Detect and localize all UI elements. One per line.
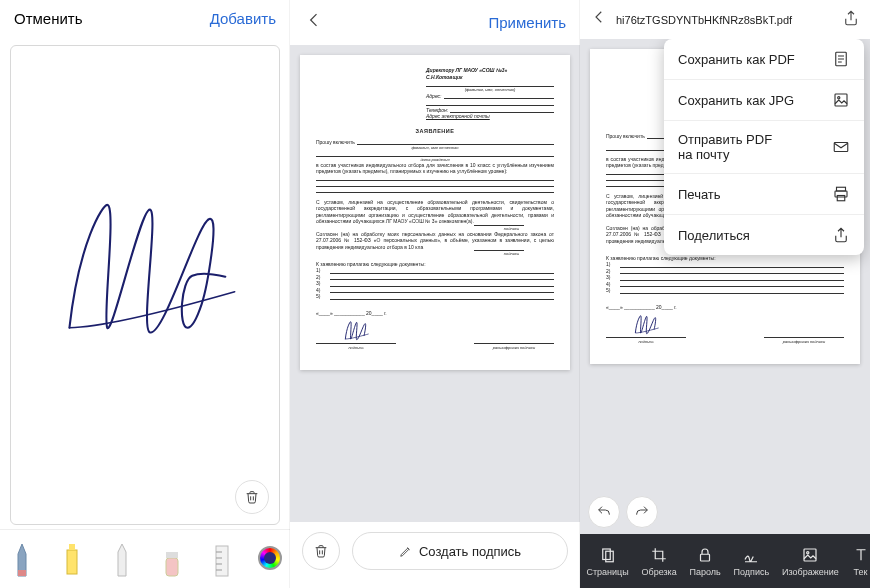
svg-rect-2 bbox=[69, 544, 75, 550]
bottom-toolbar: Страницы Обрезка Пароль Подпись Изображе… bbox=[580, 534, 870, 588]
doc-title: ЗАЯВЛЕНИЕ bbox=[316, 128, 554, 135]
svg-rect-0 bbox=[18, 570, 26, 576]
chevron-left-icon bbox=[590, 8, 608, 26]
delete-button[interactable] bbox=[302, 532, 340, 570]
svg-rect-1 bbox=[67, 550, 77, 574]
svg-rect-21 bbox=[605, 551, 613, 562]
document-preview-panel: Применить Директору ЛГ МАОУ «СОШ №3» С.Н… bbox=[290, 0, 580, 588]
color-picker[interactable] bbox=[258, 546, 282, 570]
menu-print[interactable]: Печать bbox=[664, 174, 864, 215]
trash-icon bbox=[313, 543, 329, 559]
tool-password[interactable]: Пароль bbox=[690, 546, 721, 577]
pen-tool[interactable] bbox=[8, 538, 36, 578]
add-button[interactable]: Добавить bbox=[210, 10, 276, 27]
tool-sign[interactable]: Подпись bbox=[734, 546, 770, 577]
panel3-viewport: Директору ЛГ МАОУ «СОШ №3» С.Н.Котовщик … bbox=[580, 39, 870, 534]
panel1-header: Отменить Добавить bbox=[0, 0, 290, 37]
chevron-left-icon bbox=[304, 10, 324, 30]
tool-crop[interactable]: Обрезка bbox=[641, 546, 676, 577]
trash-icon bbox=[244, 489, 260, 505]
svg-rect-22 bbox=[701, 554, 710, 561]
print-icon bbox=[832, 185, 850, 203]
highlighter-tool[interactable] bbox=[58, 538, 86, 578]
mail-icon bbox=[832, 138, 850, 156]
svg-rect-19 bbox=[837, 196, 845, 201]
placed-signature bbox=[627, 313, 665, 337]
cancel-button[interactable]: Отменить bbox=[14, 10, 83, 27]
undo-icon bbox=[596, 504, 612, 520]
ruler-tool[interactable] bbox=[208, 538, 236, 578]
menu-save-jpg[interactable]: Сохранить как JPG bbox=[664, 80, 864, 121]
filename-label: hi76tzTGSDYNTbHKfNRz8sBkT.pdf bbox=[616, 14, 834, 26]
redo-button[interactable] bbox=[626, 496, 658, 528]
svg-rect-3 bbox=[166, 558, 178, 576]
apply-button[interactable]: Применить bbox=[488, 14, 566, 31]
undo-redo-row bbox=[588, 496, 658, 528]
svg-rect-20 bbox=[602, 549, 610, 560]
create-signature-button[interactable]: Создать подпись bbox=[352, 532, 568, 570]
pen-icon bbox=[399, 544, 413, 558]
panel2-header: Применить bbox=[290, 0, 580, 45]
share-icon bbox=[832, 226, 850, 244]
panel2-bottom-bar: Создать подпись bbox=[290, 522, 580, 588]
svg-rect-4 bbox=[166, 552, 178, 558]
undo-button[interactable] bbox=[588, 496, 620, 528]
tool-pages[interactable]: Страницы bbox=[586, 546, 628, 577]
document-viewport[interactable]: Директору ЛГ МАОУ «СОШ №3» С.Н.Котовщик … bbox=[290, 45, 580, 522]
svg-point-15 bbox=[838, 97, 840, 99]
drawing-toolbar bbox=[0, 529, 290, 588]
signature-drawing bbox=[50, 186, 240, 356]
crop-icon bbox=[650, 546, 668, 564]
svg-rect-14 bbox=[835, 94, 847, 106]
eraser-tool[interactable] bbox=[158, 538, 186, 578]
sign-icon bbox=[742, 546, 760, 564]
menu-send-pdf[interactable]: Отправить PDFна почту bbox=[664, 121, 864, 174]
image-icon bbox=[801, 546, 819, 564]
svg-point-24 bbox=[807, 551, 809, 553]
signature-canvas-wrap bbox=[0, 37, 290, 529]
document-page: Директору ЛГ МАОУ «СОШ №3» С.Н.Котовщик … bbox=[300, 55, 570, 370]
panel3-header: hi76tzTGSDYNTbHKfNRz8sBkT.pdf bbox=[580, 0, 870, 39]
delete-signature-button[interactable] bbox=[235, 480, 269, 514]
svg-rect-23 bbox=[804, 549, 816, 561]
image-icon bbox=[832, 91, 850, 109]
svg-rect-5 bbox=[216, 546, 228, 576]
share-menu: Сохранить как PDF Сохранить как JPG Отпр… bbox=[664, 39, 864, 255]
menu-save-pdf[interactable]: Сохранить как PDF bbox=[664, 39, 864, 80]
signature-canvas[interactable] bbox=[10, 45, 280, 525]
lock-icon bbox=[696, 546, 714, 564]
share-button[interactable] bbox=[842, 9, 860, 30]
file-icon bbox=[832, 50, 850, 68]
tool-text[interactable]: Тек bbox=[852, 546, 870, 577]
signature-editor-panel: Отменить Добавить bbox=[0, 0, 290, 588]
export-panel: hi76tzTGSDYNTbHKfNRz8sBkT.pdf Директору … bbox=[580, 0, 870, 588]
pages-icon bbox=[599, 546, 617, 564]
back-button[interactable] bbox=[590, 8, 608, 31]
svg-rect-16 bbox=[834, 143, 848, 152]
tool-image[interactable]: Изображение bbox=[782, 546, 839, 577]
redo-icon bbox=[634, 504, 650, 520]
back-button[interactable] bbox=[304, 10, 324, 35]
doc-addressee-name: С.Н.Котовщик bbox=[426, 74, 554, 81]
share-icon bbox=[842, 9, 860, 27]
placed-signature bbox=[337, 319, 375, 343]
marker-tool[interactable] bbox=[108, 538, 136, 578]
menu-share[interactable]: Поделиться bbox=[664, 215, 864, 255]
text-icon bbox=[852, 546, 870, 564]
